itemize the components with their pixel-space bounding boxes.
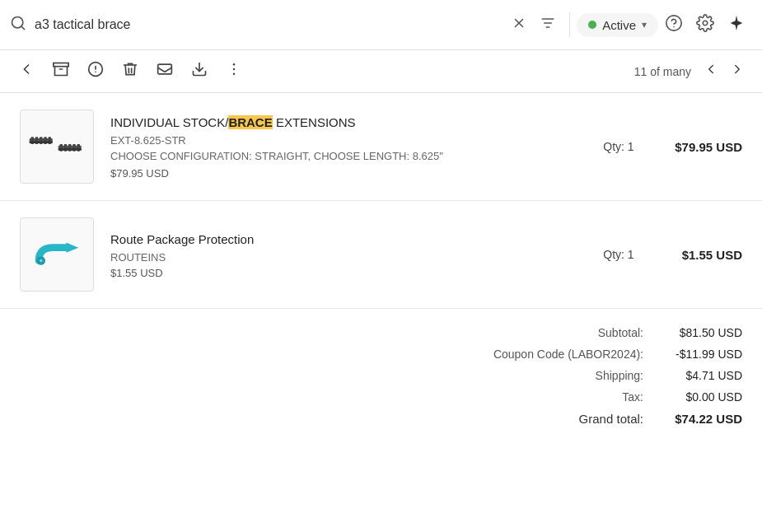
subtotal-label: Subtotal: (446, 326, 643, 339)
coupon-value: -$11.99 USD (643, 348, 742, 361)
order-item-1: INDIVIDUAL STOCK/BRACE EXTENSIONS EXT-8.… (0, 93, 762, 201)
item-2-name: Route Package Protection (110, 231, 577, 248)
item-1-config: CHOOSE CONFIGURATION: STRAIGHT, CHOOSE L… (110, 150, 577, 162)
archive-button[interactable] (46, 57, 76, 86)
subtotal-row: Subtotal: $81.50 USD (20, 322, 742, 343)
svg-point-7 (666, 15, 681, 30)
order-item-2: Route Package Protection ROUTEINS $1.55 … (0, 201, 762, 309)
chevron-down-icon: ▾ (642, 19, 647, 30)
item-1-qty: Qty: 1 (594, 140, 643, 153)
svg-rect-33 (58, 148, 82, 151)
sparkle-button[interactable] (721, 11, 752, 40)
search-bar: Active ▾ (0, 0, 762, 50)
back-button[interactable] (12, 57, 41, 86)
info-button[interactable] (81, 57, 110, 86)
toolbar: 11 of many (0, 50, 762, 93)
item-2-total: $1.55 USD (660, 248, 742, 262)
settings-button[interactable] (690, 11, 721, 40)
grand-total-value: $74.22 USD (643, 412, 742, 426)
item-1-details: INDIVIDUAL STOCK/BRACE EXTENSIONS EXT-8.… (110, 114, 577, 180)
divider (569, 12, 570, 37)
filter-button[interactable] (533, 12, 563, 39)
help-button[interactable] (658, 11, 690, 40)
item-1-price-small: $79.95 USD (110, 167, 577, 180)
item-2-sku: ROUTEINS (110, 251, 577, 264)
delete-button[interactable] (115, 57, 145, 86)
svg-rect-10 (54, 63, 68, 67)
svg-point-9 (703, 21, 708, 26)
toolbar-actions (12, 57, 249, 86)
svg-line-1 (21, 26, 25, 29)
item-2-qty: Qty: 1 (594, 248, 643, 261)
active-status-badge[interactable]: Active ▾ (577, 13, 658, 37)
svg-marker-34 (66, 243, 78, 253)
more-button[interactable] (219, 57, 249, 86)
svg-point-36 (40, 259, 43, 263)
grand-total-row: Grand total: $74.22 USD (20, 408, 742, 430)
item-2-price-small: $1.55 USD (110, 267, 577, 279)
item-1-name: INDIVIDUAL STOCK/BRACE EXTENSIONS (110, 114, 577, 131)
item-2-details: Route Package Protection ROUTEINS $1.55 … (110, 231, 577, 279)
main-content: INDIVIDUAL STOCK/BRACE EXTENSIONS EXT-8.… (0, 93, 762, 532)
download-button[interactable] (185, 57, 214, 86)
next-button[interactable] (724, 58, 750, 85)
grand-total-label: Grand total: (446, 412, 643, 426)
svg-point-19 (233, 73, 236, 76)
svg-point-18 (233, 68, 236, 71)
shipping-value: $4.71 USD (643, 369, 742, 382)
tax-row: Tax: $0.00 USD (20, 386, 742, 408)
shipping-label: Shipping: (446, 369, 643, 382)
shipping-row: Shipping: $4.71 USD (20, 365, 742, 386)
coupon-row: Coupon Code (LABOR2024): -$11.99 USD (20, 343, 742, 365)
clear-search-button[interactable] (505, 12, 533, 38)
item-1-image (20, 110, 94, 184)
item-1-sku: EXT-8.625-STR (110, 134, 577, 147)
search-icon (10, 15, 26, 35)
item-1-total: $79.95 USD (660, 140, 742, 154)
label-button[interactable] (150, 57, 180, 86)
status-label: Active (602, 18, 636, 32)
svg-point-17 (233, 63, 236, 66)
tax-label: Tax: (446, 390, 643, 404)
pagination-text: 11 of many (634, 65, 691, 78)
item-2-image (20, 217, 94, 292)
status-dot (588, 21, 596, 29)
prev-button[interactable] (698, 58, 724, 85)
tax-value: $0.00 USD (643, 390, 742, 404)
svg-rect-26 (30, 141, 53, 143)
summary-section: Subtotal: $81.50 USD Coupon Code (LABOR2… (0, 309, 762, 443)
coupon-label: Coupon Code (LABOR2024): (446, 348, 643, 361)
search-input[interactable] (35, 17, 505, 32)
subtotal-value: $81.50 USD (643, 326, 742, 339)
